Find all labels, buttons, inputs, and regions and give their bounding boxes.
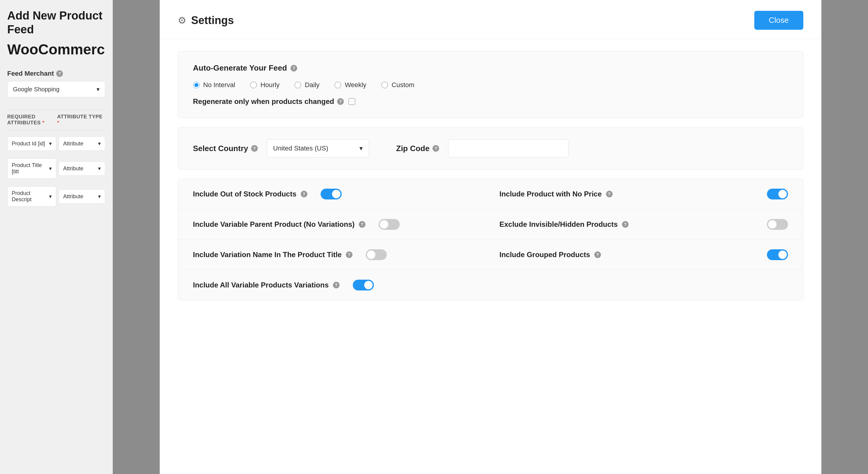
radio-hourly-label: Hourly: [260, 81, 280, 89]
radio-hourly-input[interactable]: [250, 82, 257, 88]
close-button[interactable]: Close: [754, 11, 803, 30]
include-variation-name-label: Include Variation Name In The Product Ti…: [193, 250, 342, 259]
feed-name: WooCommerce Google Sh: [7, 41, 105, 58]
required-star: *: [42, 120, 44, 126]
include-variable-parent-help-icon[interactable]: ?: [359, 221, 365, 228]
include-no-price-slider: [767, 189, 788, 199]
include-variable-parent-toggle[interactable]: [379, 219, 400, 230]
merchant-dropdown[interactable]: Google Shopping ▾: [7, 81, 105, 97]
product-title-type-value: Attribute: [63, 166, 83, 172]
exclude-invisible-slider: [767, 219, 788, 230]
sidebar: Add New Product Feed WooCommerce Google …: [0, 0, 113, 474]
product-id-value: Product Id [id]: [12, 141, 45, 147]
merchant-chevron-icon: ▾: [97, 86, 99, 93]
country-row: Select Country ? United States (US) ▾ Zi…: [193, 139, 788, 158]
include-no-price-label: Include Product with No Price: [500, 190, 602, 198]
include-variation-name-help-icon[interactable]: ?: [346, 251, 352, 258]
product-title-dropdown[interactable]: Product Title [titl ▾: [7, 158, 56, 179]
country-label-text: Select Country: [193, 144, 248, 153]
modal-overlay: ⚙ Settings Close Auto-Generate Your Feed…: [113, 0, 868, 474]
regen-row: Regenerate only when products changed ?: [193, 97, 788, 106]
page-title: Add New Product Feed: [7, 9, 105, 36]
include-all-variable-slider: [353, 280, 374, 291]
include-grouped-slider: [767, 249, 788, 260]
product-id-chevron-icon: ▾: [49, 140, 52, 147]
table-row: Product Id [id] ▾ Attribute ▾: [7, 133, 105, 155]
auto-generate-label: Auto-Generate Your Feed: [193, 63, 287, 73]
include-grouped-label: Include Grouped Products: [500, 250, 590, 259]
toggle-row-all-variable: Include All Variable Products Variations…: [178, 270, 803, 300]
radio-no-interval-input[interactable]: [193, 82, 200, 88]
exclude-invisible-label: Exclude Invisible/Hidden Products: [500, 220, 618, 229]
country-value: United States (US): [273, 144, 328, 152]
country-section: Select Country ? United States (US) ▾ Zi…: [178, 127, 803, 170]
feed-merchant-help-icon[interactable]: ?: [56, 70, 63, 77]
include-no-price-help-icon[interactable]: ?: [606, 191, 613, 197]
product-id-type-chevron-icon: ▾: [98, 140, 101, 147]
auto-generate-section: Auto-Generate Your Feed ? No Interval Ho…: [178, 51, 803, 118]
toggle-left-variation-name: Include Variation Name In The Product Ti…: [193, 249, 482, 260]
include-variation-name-toggle[interactable]: [366, 249, 387, 260]
radio-daily[interactable]: Daily: [294, 81, 319, 89]
product-title-chevron-icon: ▾: [49, 165, 52, 172]
settings-panel: ⚙ Settings Close Auto-Generate Your Feed…: [160, 0, 822, 474]
radio-no-interval[interactable]: No Interval: [193, 81, 235, 89]
gear-icon: ⚙: [178, 15, 186, 26]
interval-radio-group: No Interval Hourly Daily Weekly: [193, 81, 788, 89]
include-all-variable-help-icon[interactable]: ?: [333, 282, 340, 289]
merchant-value: Google Shopping: [13, 86, 60, 93]
exclude-invisible-help-icon[interactable]: ?: [622, 221, 629, 228]
country-select[interactable]: United States (US) ▾: [267, 139, 369, 158]
product-desc-type-chevron-icon: ▾: [98, 193, 101, 200]
auto-generate-help-icon[interactable]: ?: [290, 65, 297, 71]
exclude-invisible-toggle[interactable]: [767, 219, 788, 230]
product-title-type-dropdown[interactable]: Attribute ▾: [59, 161, 105, 176]
radio-weekly-input[interactable]: [335, 82, 341, 88]
no-price-label-area: Include Product with No Price ?: [500, 190, 767, 198]
toggle-row-variation-name: Include Variation Name In The Product Ti…: [178, 240, 803, 270]
include-variation-name-slider: [366, 249, 387, 260]
regen-label-text: Regenerate only when products changed: [193, 97, 334, 106]
toggle-left-variable: Include Variable Parent Product (No Vari…: [193, 219, 482, 230]
toggle-row-variable: Include Variable Parent Product (No Vari…: [178, 209, 803, 240]
country-help-icon[interactable]: ?: [251, 145, 258, 152]
radio-custom-label: Custom: [392, 81, 414, 89]
regen-checkbox[interactable]: [349, 98, 355, 105]
include-variable-parent-label: Include Variable Parent Product (No Vari…: [193, 220, 354, 229]
attributes-header: REQUIRED ATTRIBUTES * ATTRIBUTE TYPE *: [7, 109, 105, 130]
include-no-price-toggle[interactable]: [767, 189, 788, 199]
toggle-right-invisible: Exclude Invisible/Hidden Products ?: [500, 219, 788, 230]
radio-daily-input[interactable]: [294, 82, 301, 88]
radio-custom[interactable]: Custom: [381, 81, 414, 89]
product-desc-dropdown[interactable]: Product Descript ▾: [7, 186, 56, 207]
invisible-label-area: Exclude Invisible/Hidden Products ?: [500, 220, 767, 229]
type-star: *: [57, 120, 59, 126]
zip-help-icon[interactable]: ?: [433, 145, 439, 152]
table-row: Product Title [titl ▾ Attribute ▾: [7, 155, 105, 182]
include-grouped-toggle[interactable]: [767, 249, 788, 260]
product-desc-chevron-icon: ▾: [49, 193, 52, 200]
include-all-variable-toggle[interactable]: [353, 280, 374, 291]
toggle-row-stock: Include Out of Stock Products ? Include …: [178, 179, 803, 209]
include-out-of-stock-toggle[interactable]: [320, 189, 342, 199]
required-attributes-label: REQUIRED ATTRIBUTES: [7, 114, 40, 126]
radio-weekly-label: Weekly: [345, 81, 366, 89]
include-out-of-stock-help-icon[interactable]: ?: [301, 191, 307, 197]
product-desc-type-dropdown[interactable]: Attribute ▾: [59, 189, 105, 204]
toggle-right-no-price: Include Product with No Price ?: [500, 189, 788, 199]
product-title-value: Product Title [titl: [12, 162, 49, 175]
radio-custom-input[interactable]: [381, 82, 388, 88]
product-id-type-dropdown[interactable]: Attribute ▾: [59, 136, 105, 151]
regen-help-icon[interactable]: ?: [337, 98, 344, 105]
zip-label-text: Zip Code: [396, 144, 430, 153]
radio-hourly[interactable]: Hourly: [250, 81, 280, 89]
radio-weekly[interactable]: Weekly: [335, 81, 366, 89]
toggle-left-all-variable: Include All Variable Products Variations…: [193, 280, 788, 291]
product-id-dropdown[interactable]: Product Id [id] ▾: [7, 136, 56, 151]
include-variable-parent-slider: [379, 219, 400, 230]
product-id-type-value: Attribute: [63, 141, 83, 147]
zip-input[interactable]: [448, 139, 568, 158]
radio-daily-label: Daily: [305, 81, 319, 89]
product-desc-type-value: Attribute: [63, 194, 83, 200]
include-grouped-help-icon[interactable]: ?: [594, 251, 601, 258]
